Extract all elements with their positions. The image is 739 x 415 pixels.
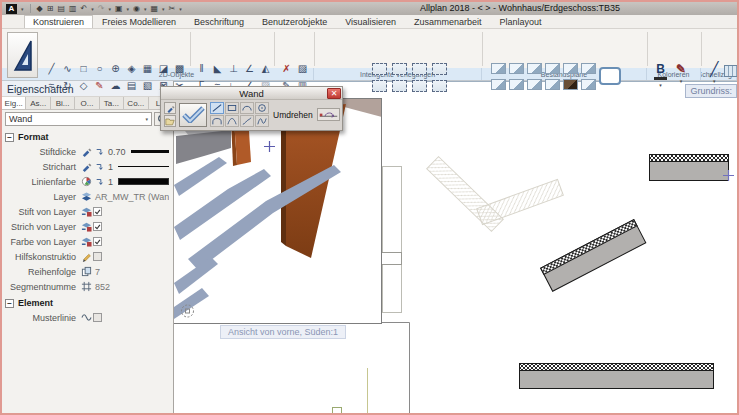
cloud-tool-icon[interactable]: ☁	[108, 77, 123, 93]
render-dropdown-icon[interactable]: ▾	[144, 4, 147, 14]
tab-freies-modellieren[interactable]: Freies Modellieren	[93, 15, 185, 28]
tab-visualisieren[interactable]: Visualisieren	[336, 15, 405, 28]
scan-copy-icon[interactable]	[509, 79, 524, 90]
view-icon[interactable]: ▦	[151, 4, 159, 14]
delete-icon[interactable]: ✗	[279, 60, 294, 76]
open-project-icon[interactable]: ⊞	[47, 4, 54, 14]
checkbox[interactable]	[93, 237, 102, 246]
opening-symbol[interactable]	[382, 253, 402, 265]
toolbar-options-icon[interactable]: ▾	[179, 4, 182, 14]
grid-tool-icon[interactable]: ▩	[172, 60, 187, 76]
allplan-logo-icon[interactable]: A	[6, 4, 17, 14]
circle-tool-icon[interactable]: ○	[92, 60, 107, 76]
wall-outline[interactable]	[383, 167, 402, 313]
gradient-tool-icon[interactable]: ◪	[156, 60, 171, 76]
bold-format-button[interactable]: B ▾	[654, 62, 667, 90]
takeover-icon[interactable]	[93, 176, 106, 188]
prop-value[interactable]: 1	[106, 177, 115, 187]
perpendicular-icon[interactable]: ⊥	[226, 60, 241, 76]
tab-planlayout[interactable]: Planlayout	[491, 15, 551, 28]
tab-benutzerobjekte[interactable]: Benutzerobjekte	[253, 15, 336, 28]
pattern-tool-icon[interactable]: ▤	[124, 77, 139, 93]
checkbox[interactable]	[93, 222, 102, 231]
quick-line-button[interactable]: ╱ ▾	[710, 62, 718, 86]
assistant-setsquare-button[interactable]	[7, 32, 38, 78]
ptab-bibliothek[interactable]: Bi...	[51, 97, 75, 109]
scan-image-icon[interactable]	[491, 63, 506, 74]
ptab-task[interactable]: Ta...	[100, 97, 124, 109]
redo-icon[interactable]: ↷	[98, 4, 105, 14]
tab-beschriftung[interactable]: Beschriftung	[185, 15, 253, 28]
layout-tile-icon[interactable]	[372, 80, 387, 92]
wand-dialog[interactable]: Wand ✕	[160, 86, 343, 131]
layout-tile-icon[interactable]	[392, 63, 407, 75]
pointed-arch-tool[interactable]	[225, 115, 239, 127]
line-tool[interactable]	[210, 102, 224, 114]
wave-tool-icon[interactable]: ≈	[44, 77, 59, 93]
curve-tool-icon[interactable]: ∿	[60, 60, 75, 76]
ptab-eigenschaften[interactable]: Eig...	[2, 97, 26, 109]
close-icon[interactable]: ✕	[327, 88, 341, 99]
convert-area-icon[interactable]: ▨	[295, 60, 310, 76]
tab-konstruieren[interactable]: Konstruieren	[24, 15, 93, 28]
fill-tool-icon[interactable]: ◈	[124, 60, 139, 76]
cut-icon[interactable]: ✂	[169, 4, 176, 14]
tab-zusammenarbeit[interactable]: Zusammenarbeit	[405, 15, 491, 28]
palette-icon[interactable]: ◆	[37, 4, 43, 14]
checkbox[interactable]	[93, 252, 102, 261]
prop-value[interactable]: AR_MW_TR (Wand Ma	[93, 192, 169, 202]
ptab-objekte[interactable]: O...	[75, 97, 99, 109]
flip-direction-button[interactable]	[317, 108, 340, 121]
plan-viewport-label[interactable]: Grundriss:	[685, 84, 737, 98]
rectangle-tool-icon[interactable]: □	[76, 60, 91, 76]
polygon-tool-icon[interactable]: ◇	[76, 77, 91, 93]
scan-image-icon[interactable]	[509, 63, 524, 74]
elevation-viewport-label[interactable]: Ansicht von vorne, Süden:1	[220, 325, 346, 339]
circle-tool[interactable]	[255, 102, 269, 114]
arch-tool[interactable]	[210, 115, 224, 127]
layout-tile-delete-icon[interactable]	[432, 80, 447, 92]
line-color-swatch[interactable]	[118, 178, 169, 185]
scan-image-frame-icon[interactable]	[581, 63, 596, 74]
layout-tile-icon[interactable]	[412, 80, 427, 92]
spline-tool[interactable]	[255, 115, 269, 127]
ptab-assistenten[interactable]: As...	[26, 97, 50, 109]
view-dropdown-icon[interactable]: ▾	[162, 4, 165, 14]
redo-dropdown-icon[interactable]: ▾	[108, 4, 111, 14]
prop-value[interactable]: 852	[93, 282, 112, 292]
rectangle-tool[interactable]	[225, 102, 239, 114]
arc-tool[interactable]	[240, 102, 254, 114]
parallel-lines-icon[interactable]: ‖	[194, 60, 209, 76]
save-icon[interactable]: ▤	[57, 4, 65, 14]
window-dropdown-icon[interactable]: ▾	[127, 4, 130, 14]
line-tool-icon[interactable]: ╱	[44, 60, 59, 76]
layout-tile-icon[interactable]	[412, 63, 427, 75]
prop-value[interactable]: 7	[93, 267, 102, 277]
confirm-button[interactable]	[179, 103, 207, 127]
offset-shape-icon[interactable]: ◣	[210, 60, 225, 76]
wall-segment-diagonal[interactable]	[541, 220, 646, 292]
wall-preview-segment-2[interactable]	[477, 179, 564, 224]
line-curve-tool[interactable]	[240, 115, 254, 127]
prop-value[interactable]: 1	[106, 162, 115, 172]
scan-invert-icon[interactable]	[563, 79, 578, 90]
scan-align-icon[interactable]	[527, 79, 542, 90]
collapse-icon[interactable]: −	[5, 133, 14, 142]
selection-frame-icon[interactable]	[599, 67, 621, 85]
undo-dropdown-icon[interactable]: ▾	[91, 4, 94, 14]
collapse-icon[interactable]: −	[5, 299, 14, 308]
pipette-button[interactable]	[164, 102, 176, 114]
print-icon[interactable]: ▥	[69, 4, 77, 14]
image-tool-icon[interactable]: ▧	[140, 77, 155, 93]
layout-tile-icon[interactable]	[432, 63, 447, 75]
logo-dropdown-icon[interactable]: ▾	[21, 4, 24, 14]
hatch-tool-icon[interactable]: ▦	[140, 60, 155, 76]
scan-image-delete-icon[interactable]	[545, 63, 560, 74]
undo-icon[interactable]: ↶	[81, 4, 88, 14]
angle-icon[interactable]: ∠	[242, 60, 257, 76]
slope-icon[interactable]: ◭	[258, 60, 273, 76]
element-filter-select[interactable]: Wand ▾	[5, 112, 152, 126]
checkbox[interactable]	[93, 207, 102, 216]
color-pen-button[interactable]: ✎ ▾	[676, 62, 686, 86]
wall-segment-bottom[interactable]	[520, 364, 714, 389]
